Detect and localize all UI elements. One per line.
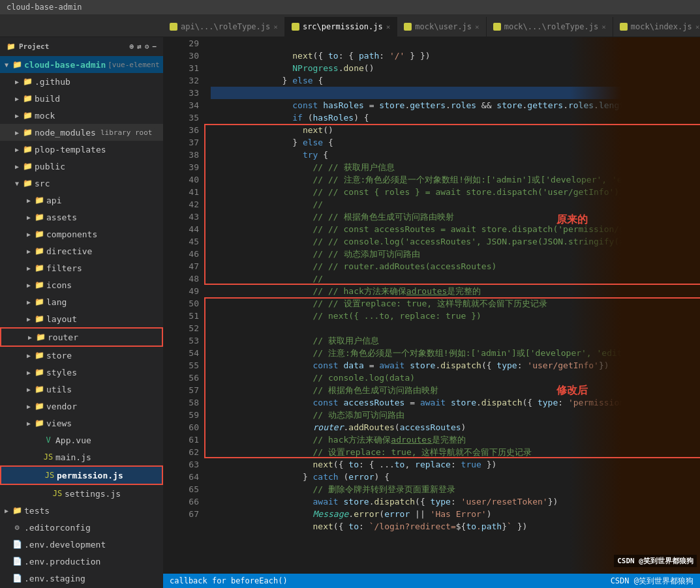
item-label: build bbox=[35, 94, 60, 104]
settings-icon[interactable]: ⚙ bbox=[145, 42, 149, 51]
sidebar-item-main-js[interactable]: JS main.js bbox=[0, 448, 163, 465]
js-file-icon bbox=[170, 23, 177, 31]
close-icon[interactable]: × bbox=[273, 23, 278, 31]
sidebar-item-lang[interactable]: ▶ 📁 lang bbox=[0, 293, 163, 310]
arrow-icon: ▶ bbox=[23, 282, 34, 289]
tag-label: [vue-element bbox=[108, 61, 159, 69]
item-label: filters bbox=[46, 263, 82, 273]
code-line-45: // // 动态添加可访问路由 bbox=[211, 235, 700, 248]
sidebar-item-assets[interactable]: ▶ 📁 assets bbox=[0, 209, 163, 226]
folder-icon: 📁 bbox=[34, 213, 44, 222]
code-line-55: // console.log(data) bbox=[211, 359, 700, 372]
sidebar-item-tests[interactable]: ▶ 📁 tests bbox=[0, 502, 163, 519]
sidebar-item-permission-js[interactable]: JS permission.js bbox=[0, 465, 163, 485]
sidebar-item-build[interactable]: ▶ 📁 build bbox=[0, 90, 163, 107]
sync-icon[interactable]: ⇄ bbox=[137, 42, 142, 51]
add-icon[interactable]: ⊕ bbox=[130, 42, 134, 51]
close-icon[interactable]: × bbox=[475, 23, 479, 31]
file-icon: 📄 bbox=[12, 574, 22, 583]
folder-icon: 📁 bbox=[34, 419, 44, 428]
code-line-53: // 注意:角色必须是一个对象数组!例如:['admin']或['develop… bbox=[211, 334, 700, 347]
sidebar-item-root[interactable]: ▼ 📁 cloud-base-admin [vue-element bbox=[0, 56, 163, 73]
collapse-icon[interactable]: − bbox=[152, 42, 157, 51]
code-line-40: // // const { roles } = await store.disp… bbox=[211, 173, 700, 186]
arrow-icon: ▶ bbox=[23, 420, 34, 427]
sidebar-item-components[interactable]: ▶ 📁 components bbox=[0, 226, 163, 243]
item-label: src bbox=[35, 179, 50, 188]
code-line-54: const data = await store.dispatch({ type… bbox=[211, 347, 700, 359]
item-label: layout bbox=[46, 314, 77, 324]
tab-roleType[interactable]: api\...\roleType.js × bbox=[163, 17, 285, 37]
item-label: node_modules bbox=[35, 128, 96, 138]
folder-icon: 📁 bbox=[34, 229, 44, 239]
code-line-65: await store.dispatch({ type: 'user/reset… bbox=[211, 483, 700, 495]
item-label: mock bbox=[35, 111, 55, 121]
sidebar-item-settings-js[interactable]: JS settings.js bbox=[0, 485, 163, 502]
sidebar-item-filters[interactable]: ▶ 📁 filters bbox=[0, 259, 163, 276]
sidebar-item-utils[interactable]: ▶ 📁 utils bbox=[0, 381, 163, 398]
project-icon: 📁 bbox=[7, 42, 16, 51]
sidebar-toolbar: ⊕ ⇄ ⚙ − bbox=[130, 42, 157, 51]
sidebar-item-store[interactable]: ▶ 📁 store bbox=[0, 347, 163, 364]
annotation-modified: 修改后 bbox=[556, 384, 588, 398]
sidebar-item-styles[interactable]: ▶ 📁 styles bbox=[0, 364, 163, 381]
code-line-50: // next({ ...to, replace: true }) bbox=[211, 297, 700, 310]
sidebar-item-icons[interactable]: ▶ 📁 icons bbox=[0, 276, 163, 293]
item-label: .editorconfig bbox=[24, 523, 91, 533]
sidebar-item-mock[interactable]: ▶ 📁 mock bbox=[0, 107, 163, 124]
code-line-59: router.addRoutes(accessRoutes) bbox=[211, 409, 700, 421]
folder-icon: 📁 bbox=[22, 128, 33, 137]
sidebar-item-vendor[interactable]: ▶ 📁 vendor bbox=[0, 398, 163, 415]
folder-icon: 📁 bbox=[34, 263, 44, 272]
folder-icon: 📁 bbox=[22, 145, 33, 154]
item-label: settings.js bbox=[65, 489, 121, 499]
code-line-48: // // hack方法来确保adroutes是完整的 bbox=[211, 272, 700, 285]
code-line-30: NProgress.done() bbox=[211, 50, 700, 62]
folder-icon: 📁 bbox=[22, 94, 33, 103]
item-label: App.vue bbox=[55, 435, 91, 445]
sidebar-item-public[interactable]: ▶ 📁 public bbox=[0, 158, 163, 175]
sidebar-item-editorconfig[interactable]: ⚙ .editorconfig bbox=[0, 519, 163, 536]
tab-permission[interactable]: src\permission.js × bbox=[285, 17, 397, 37]
sidebar-item-src[interactable]: ▼ 📁 src bbox=[0, 175, 163, 192]
sidebar-item-layout[interactable]: ▶ 📁 layout bbox=[0, 310, 163, 327]
arrow-icon: ▶ bbox=[23, 352, 34, 359]
close-icon[interactable]: × bbox=[601, 23, 606, 31]
item-label: main.js bbox=[55, 452, 91, 462]
sidebar-item-github[interactable]: ▶ 📁 .github bbox=[0, 73, 163, 90]
sidebar-item-directive[interactable]: ▶ 📁 directive bbox=[0, 243, 163, 259]
sidebar-item-env-staging[interactable]: 📄 .env.staging bbox=[0, 570, 163, 587]
sidebar-item-env-prod[interactable]: 📄 .env.production bbox=[0, 553, 163, 570]
sidebar-item-env-dev[interactable]: 📄 .env.development bbox=[0, 536, 163, 553]
tab-mockRoleType[interactable]: mock\...\roleType.js × bbox=[487, 17, 613, 37]
folder-icon: 📁 bbox=[34, 385, 44, 394]
folder-icon: 📁 bbox=[34, 297, 44, 306]
arrow-icon: ▶ bbox=[23, 299, 34, 306]
js-file-icon: JS bbox=[44, 471, 55, 480]
item-label: directive bbox=[46, 246, 92, 256]
sidebar-item-views[interactable]: ▶ 📁 views bbox=[0, 415, 163, 432]
code-editor[interactable]: 原来的 修改后 next({ to: { path: '/' } }) NPro… bbox=[204, 37, 700, 574]
item-label: store bbox=[46, 351, 72, 360]
tab-bar: api\...\roleType.js × src\permission.js … bbox=[0, 14, 700, 37]
code-container[interactable]: 29 30 31 32 33 34 35 36 37 38 39 40 41 4… bbox=[163, 37, 700, 574]
tab-mockUser[interactable]: mock\user.js × bbox=[397, 17, 486, 37]
sidebar-item-router[interactable]: ▶ 📁 router bbox=[0, 327, 163, 347]
code-line-42: // // 根据角色生成可访问路由映射 bbox=[211, 198, 700, 211]
code-line-31: } else { bbox=[211, 62, 700, 74]
code-line-39: // // 注意:角色必须是一个对象数组!例如:['admin']或['deve… bbox=[211, 161, 700, 173]
tab-label: mock\...\roleType.js bbox=[504, 22, 599, 31]
close-icon[interactable]: × bbox=[386, 23, 391, 31]
sidebar-item-app-vue[interactable]: V App.vue bbox=[0, 432, 163, 448]
sidebar-item-api[interactable]: ▶ 📁 api bbox=[0, 192, 163, 209]
project-label: Project bbox=[19, 42, 49, 51]
folder-icon: 📁 bbox=[12, 60, 22, 69]
sidebar-item-node-modules[interactable]: ▶ 📁 node_modules library root bbox=[0, 124, 163, 141]
sidebar-item-plop-templates[interactable]: ▶ 📁 plop-templates bbox=[0, 141, 163, 158]
close-icon[interactable]: × bbox=[695, 23, 700, 31]
item-label: tests bbox=[24, 506, 50, 516]
item-label: public bbox=[35, 162, 65, 171]
js-file-icon: JS bbox=[43, 452, 53, 462]
tab-mockIndex[interactable]: mock\index.js × bbox=[613, 17, 700, 37]
code-line-41: // bbox=[211, 186, 700, 198]
